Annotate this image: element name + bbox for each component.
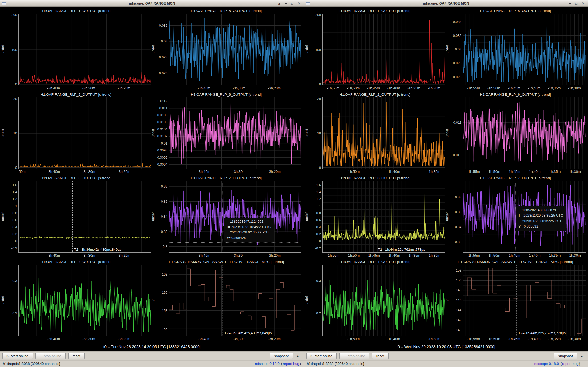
plot-area[interactable] — [18, 14, 151, 85]
y-axis-label: V — [445, 265, 449, 336]
ndscope-window-left: ndscope: OAF RANGE MON ∧ – □ ✕ H1:OAF-RA… — [0, 0, 304, 367]
plot-area[interactable] — [169, 14, 301, 85]
plot-area[interactable]: 1385203547.1124501 T= 2023/11/28 10:45:2… — [169, 181, 301, 253]
y-tick: 0.026 — [159, 71, 167, 75]
plot-area[interactable]: T2=-1h,44m,22s,762ms,778µs — [322, 181, 445, 253]
reset-label: reset — [73, 354, 80, 358]
x-tick: -3h,40m — [47, 253, 60, 257]
plot-h1-oaf-range-rlp-5-output-s-trend[interactable]: H1:OAF-RANGE_RLP_5_OUTPUT [s-trend]undef… — [445, 7, 586, 91]
y-tick: 0.028 — [159, 55, 167, 59]
plot-h1-oaf-range-rlp-7-output-s-trend[interactable]: H1:OAF-RANGE_RLP_7_OUTPUT [s-trend]undef… — [445, 174, 586, 258]
plot-title: H1:OAF-RANGE_RLP_2_OUTPUT [s-trend] — [1, 91, 151, 97]
plot-h1-oaf-range-rlp-1-output-s-trend[interactable]: H1:OAF-RANGE_RLP_1_OUTPUT [s-trend]undef… — [1, 7, 151, 91]
x-tick: -1h,55m — [327, 253, 340, 257]
plot-h1-oaf-range-rlp-6-output-s-trend[interactable]: H1:OAF-RANGE_RLP_6_OUTPUT [s-trend]undef… — [445, 91, 586, 175]
x-tick: -1h,55m — [467, 253, 480, 257]
plot-h1-oaf-range-rlp-4-output-s-trend[interactable]: H1:OAF-RANGE_RLP_4_OUTPUT [s-trend]undef… — [1, 258, 151, 342]
x-tick: -3h,30m — [233, 253, 245, 257]
y-tick: 0.011 — [453, 121, 461, 125]
plot-area[interactable]: T2=-3h,34m,42s,489ms,849µs — [18, 181, 151, 253]
x-tick: -1h,40m — [528, 170, 541, 174]
minimize-icon[interactable]: – — [569, 1, 571, 6]
collapse-arrow-icon[interactable]: ▲ — [580, 354, 586, 358]
stop-online-button[interactable]: stop online — [339, 353, 369, 359]
titlebar[interactable]: ndscope: OAF RANGE MON ∧ – □ ✕ — [0, 0, 304, 7]
t2-cursor-label: T2=-3h,34m,42s,489ms,849µs — [224, 331, 272, 335]
paren-open: ( — [559, 362, 562, 366]
plot-h1-oaf-range-rlp-5-output-s-trend[interactable]: H1:OAF-RANGE_RLP_5_OUTPUT [s-trend]undef… — [151, 7, 301, 91]
plot-title: H1:OAF-RANGE_RLP_7_OUTPUT [s-trend] — [151, 174, 301, 181]
plot-area[interactable] — [18, 97, 151, 169]
plot-h1-oaf-range-rlp-2-output-s-trend[interactable]: H1:OAF-RANGE_RLP_2_OUTPUT [s-trend]undef… — [305, 91, 445, 175]
x-tick: -1h,30m — [568, 253, 581, 257]
close-icon[interactable]: ✕ — [298, 1, 300, 6]
y-tick: 0.84 — [455, 225, 461, 229]
shade-icon[interactable]: ∧ — [278, 1, 280, 6]
resize-grip[interactable]: ⋱ — [582, 362, 585, 366]
x-tick: -3h,30m — [82, 170, 95, 174]
plot-body: undef1.61.41.210.80.60.40.20-0.2T2=-3h,3… — [1, 181, 151, 253]
x-axis-ticks: -3h,40m-3h,30m-3h,20m — [169, 85, 301, 91]
plot-area[interactable] — [463, 14, 586, 85]
x-tick: -3h,40m — [47, 170, 60, 174]
plot-h1-oaf-range-rlp-4-output-s-trend[interactable]: H1:OAF-RANGE_RLP_4_OUTPUT [s-trend]undef… — [305, 258, 445, 342]
x-axis-ticks: -1h,55m-1h,50m-1h,45m-1h,40m-1h,35m-1h,3… — [322, 253, 445, 258]
start-online-button[interactable]: ▷ start online — [2, 353, 33, 359]
window-controls: – □ ✕ — [569, 1, 588, 6]
minimize-icon[interactable]: – — [285, 1, 287, 6]
plot-area[interactable] — [322, 97, 445, 169]
y-tick: 0.86 — [455, 210, 461, 214]
y-tick: 0 — [319, 239, 321, 243]
plot-h1-oaf-range-rlp-3-output-s-trend[interactable]: H1:OAF-RANGE_RLP_3_OUTPUT [s-trend]undef… — [1, 174, 151, 258]
y-axis-ticks: 1.61.41.210.80.60.40.20-0.2 — [5, 181, 18, 253]
plot-area[interactable] — [322, 14, 445, 85]
y-tick: 0.028 — [453, 61, 461, 65]
titlebar[interactable]: ndscope: OAF RANGE MON – □ ✕ — [304, 0, 588, 7]
snapshot-button[interactable]: snapshot — [554, 353, 577, 359]
plot-h1-oaf-range-rlp-1-output-s-trend[interactable]: H1:OAF-RANGE_RLP_1_OUTPUT [s-trend]undef… — [305, 7, 445, 91]
close-icon[interactable]: ✕ — [582, 1, 585, 6]
maximize-icon[interactable]: □ — [575, 1, 577, 6]
snapshot-button[interactable]: snapshot — [270, 353, 293, 359]
plot-area[interactable] — [169, 97, 301, 169]
x-tick: -3h,30m — [82, 86, 95, 90]
y-tick: 0.010 — [453, 153, 461, 157]
y-axis-label: V — [151, 265, 155, 336]
report-bug-link[interactable]: report bug — [562, 362, 579, 366]
plot-h1-oaf-range-rlp-2-output-s-trend[interactable]: H1:OAF-RANGE_RLP_2_OUTPUT [s-trend]undef… — [1, 91, 151, 175]
x-tick: -3h,20m — [118, 337, 130, 341]
start-online-button[interactable]: ▷ start online — [306, 353, 337, 359]
plot-area[interactable] — [18, 265, 151, 336]
plot-area[interactable]: T2=-1h,44m,22s,762ms,778µs — [463, 265, 586, 336]
x-tick: -1h,45m — [508, 253, 520, 257]
plot-body: undef0.30.2 — [305, 265, 445, 336]
x-axis-ticks: -3h,40m-3h,30m-3h,20m — [18, 85, 151, 91]
y-tick: 0.0094 — [157, 163, 167, 166]
reset-button[interactable]: reset — [372, 353, 389, 359]
plot-h1-cds-sensmon-cal-snsw-effective-range-mpc-s-trend[interactable]: H1:CDS-SENSMON_CAL_SNSW_EFFECTIVE_RANGE_… — [445, 258, 586, 342]
y-axis-ticks: 0.0320.030.0280.026 — [155, 14, 169, 85]
plot-body: undef0.0340.0320.030.0280.026 — [445, 14, 586, 85]
x-tick: 50m — [19, 170, 25, 174]
maximize-icon[interactable]: □ — [291, 1, 293, 6]
plot-h1-oaf-range-rlp-6-output-s-trend[interactable]: H1:OAF-RANGE_RLP_6_OUTPUT [s-trend]undef… — [151, 91, 301, 175]
stop-online-button[interactable]: stop online — [35, 353, 66, 359]
report-bug-link[interactable]: report bug — [283, 362, 299, 366]
stop-icon — [40, 355, 42, 357]
plot-area[interactable] — [322, 265, 445, 336]
plot-canvas — [323, 265, 445, 336]
reset-button[interactable]: reset — [68, 353, 85, 359]
y-tick: 0.3 — [316, 279, 321, 283]
collapse-arrow-icon[interactable]: ▲ — [296, 354, 301, 358]
plot-h1-oaf-range-rlp-3-output-s-trend[interactable]: H1:OAF-RANGE_RLP_3_OUTPUT [s-trend]undef… — [305, 174, 445, 258]
plot-h1-cds-sensmon-cal-snsw-effective-range-mpc-s-trend[interactable]: H1:CDS-SENSMON_CAL_SNSW_EFFECTIVE_RANGE_… — [151, 258, 301, 342]
plot-h1-oaf-range-rlp-7-output-s-trend[interactable]: H1:OAF-RANGE_RLP_7_OUTPUT [s-trend]undef… — [151, 174, 301, 258]
x-tick: -3h,30m — [82, 337, 95, 341]
plot-area[interactable] — [463, 97, 586, 169]
plot-area[interactable]: 1385282143.0263879 T= 2023/11/29 08:35:2… — [463, 181, 586, 253]
y-tick: 0.0102 — [157, 134, 167, 138]
plot-area[interactable]: T2=-3h,34m,42s,489ms,849µs — [169, 265, 301, 336]
version-link[interactable]: ndscope 0.18.0 — [534, 362, 559, 366]
y-axis-label: undef — [305, 265, 309, 336]
version-link[interactable]: ndscope 0.18.0 — [255, 362, 279, 366]
